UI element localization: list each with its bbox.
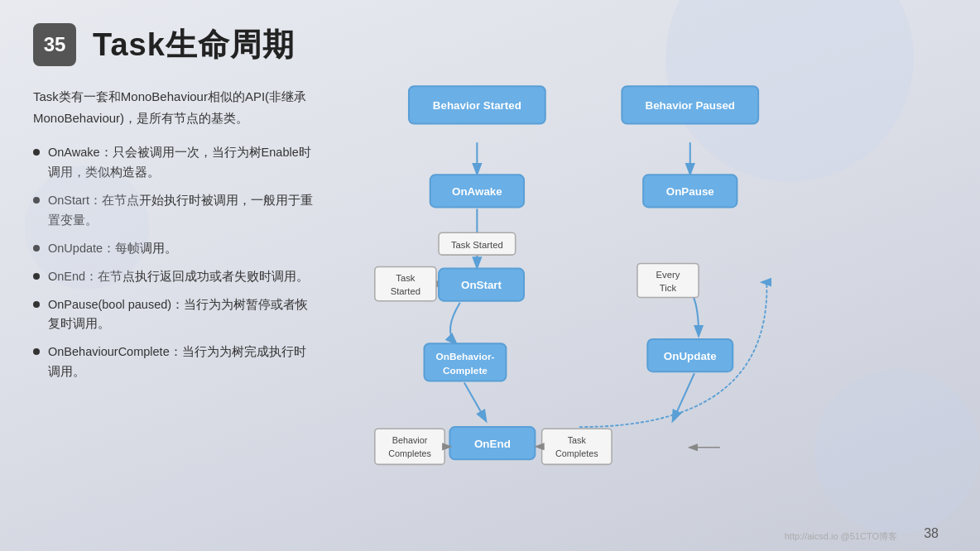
watermark: http://aicsd.io @51CTO博客 — [785, 530, 897, 543]
slide-title: Task生命周期 — [93, 24, 295, 66]
svg-rect-37 — [542, 429, 612, 464]
intro-text: Task类有一套和MonoBehaviour相似的API(非继承MonoBeha… — [33, 86, 315, 128]
slide: 35 Task生命周期 Task类有一套和MonoBehaviour相似的API… — [0, 0, 980, 551]
svg-rect-9 — [409, 86, 545, 123]
svg-rect-35 — [449, 427, 535, 459]
slide-number: 35 — [33, 23, 76, 66]
svg-rect-27 — [425, 343, 507, 381]
svg-rect-19 — [375, 267, 436, 301]
diagram-panel: Behavior Started Behavior Paused OnAwake… — [331, 79, 947, 539]
svg-rect-30 — [647, 339, 733, 371]
svg-rect-11 — [622, 86, 758, 123]
svg-text:Started: Started — [391, 286, 420, 296]
bullet-dot-1 — [33, 149, 40, 156]
page-number: 38 — [924, 526, 939, 541]
svg-text:Behavior Started: Behavior Started — [433, 99, 521, 112]
svg-text:Completes: Completes — [388, 448, 431, 458]
content-area: Task类有一套和MonoBehaviour相似的API(非继承MonoBeha… — [0, 79, 980, 539]
svg-text:OnStart: OnStart — [461, 279, 502, 291]
svg-text:OnAwake: OnAwake — [452, 185, 502, 198]
svg-text:OnBehavior-: OnBehavior- — [435, 351, 494, 362]
bullet-dot-6 — [33, 348, 40, 355]
svg-rect-24 — [637, 263, 699, 297]
bg-decoration-3 — [25, 165, 149, 290]
svg-text:Tick: Tick — [660, 283, 677, 293]
svg-text:Task: Task — [568, 435, 587, 445]
svg-text:Task: Task — [396, 273, 416, 283]
diagram-svg: Behavior Started Behavior Paused OnAwake… — [331, 79, 947, 539]
svg-text:Behavior Paused: Behavior Paused — [646, 99, 736, 112]
bullet-dot-5 — [33, 301, 40, 308]
svg-text:OnEnd: OnEnd — [474, 438, 511, 450]
bullet-item-5: OnPause(bool paused)：当行为为树暂停或者恢复时调用。 — [33, 295, 315, 335]
svg-text:Completes: Completes — [555, 448, 598, 458]
bullet-text-6: OnBehaviourComplete：当行为为树完成执行时调用。 — [48, 343, 315, 382]
svg-rect-22 — [439, 269, 524, 301]
svg-rect-15 — [643, 175, 737, 207]
diagram-container: Behavior Started Behavior Paused OnAwake… — [331, 79, 947, 539]
svg-text:OnPause: OnPause — [666, 185, 714, 198]
text-panel: Task类有一套和MonoBehaviour相似的API(非继承MonoBeha… — [33, 79, 315, 539]
svg-text:Complete: Complete — [443, 365, 488, 376]
bullet-dot-4 — [33, 273, 40, 280]
svg-text:Behavior: Behavior — [392, 435, 428, 445]
bullet-item-6: OnBehaviourComplete：当行为为树完成执行时调用。 — [33, 343, 315, 382]
svg-line-5 — [464, 383, 486, 420]
svg-line-6 — [673, 373, 694, 420]
bullet-text-5: OnPause(bool paused)：当行为为树暂停或者恢复时调用。 — [48, 295, 315, 335]
svg-rect-17 — [439, 232, 516, 255]
svg-text:Task Started: Task Started — [451, 240, 503, 250]
svg-rect-13 — [430, 175, 524, 207]
svg-text:OnUpdate: OnUpdate — [664, 350, 717, 362]
svg-rect-32 — [375, 429, 444, 464]
svg-text:Every: Every — [656, 270, 680, 280]
